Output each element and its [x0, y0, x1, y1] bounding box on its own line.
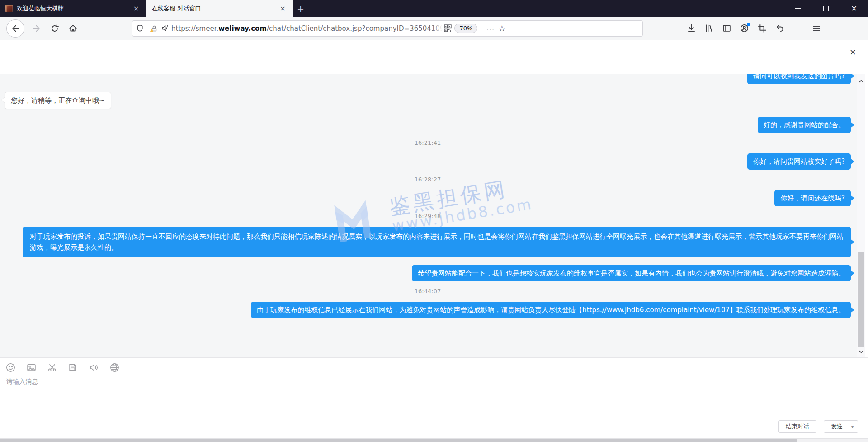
chat-bubble: 好的，感谢贵网站的配合。 [758, 117, 851, 133]
chevron-up-icon [859, 80, 863, 83]
tab-bar: 欢迎莅临恒大棋牌 × 在线客服-对话窗口 × + × [0, 0, 868, 17]
chat-timestamp: 16:21:41 [415, 139, 441, 147]
forward-button[interactable] [29, 21, 44, 36]
bookmark-star-icon[interactable]: ☆ [498, 24, 505, 33]
tab-close-icon[interactable]: × [278, 5, 288, 12]
send-button[interactable]: 发送 ▾ [824, 420, 858, 433]
window-close-button[interactable]: × [840, 0, 868, 17]
chat-bubble: 你好，请问贵网站核实好了吗? [747, 153, 851, 170]
end-chat-button[interactable]: 结束对话 [778, 420, 816, 433]
url-text: https://smeer.weliway.com/chat/chatClien… [171, 24, 444, 33]
globe-icon[interactable] [109, 362, 119, 372]
chat-message-list: 请问可以收到我发送的图片吗?您好，请稍等，正在查询中哦~好的，感谢贵网站的配合。… [5, 74, 851, 318]
chat-message-row: 你好，请问还在线吗? [5, 190, 851, 206]
message-input[interactable] [5, 377, 685, 424]
urlbar-separator [147, 24, 147, 33]
chat-bubble: 请问可以收到我发送的图片吗? [747, 74, 851, 84]
downloads-icon[interactable] [687, 24, 696, 33]
zoom-level-badge[interactable]: 70% [454, 24, 477, 33]
toolbar-right-icons [687, 24, 784, 33]
chat-message-row: 请问可以收到我发送的图片吗? [5, 74, 851, 84]
send-options-caret-icon[interactable]: ▾ [851, 424, 854, 429]
sidebar-icon[interactable] [722, 24, 731, 33]
scroll-up-arrow[interactable] [857, 77, 865, 85]
reload-icon [51, 24, 59, 33]
chat-message-row: 16:44:07 [5, 287, 851, 295]
home-icon [69, 24, 77, 33]
autoplay-blocked-icon[interactable] [161, 24, 169, 32]
minimize-icon [795, 8, 801, 9]
url-path: /chat/chatClient/chatbox.jsp?companyID=3… [267, 24, 444, 33]
qr-extension-icon[interactable] [444, 24, 452, 32]
composer-toolbar [5, 362, 863, 373]
chat-page-header: × [0, 41, 868, 74]
library-icon[interactable] [705, 24, 713, 33]
scrollbar-thumb[interactable] [858, 252, 864, 347]
window-minimize-button[interactable] [784, 0, 812, 17]
home-button[interactable] [65, 21, 80, 36]
page-actions-icon[interactable]: ⋯ [486, 24, 495, 33]
new-tab-button[interactable]: + [293, 0, 308, 17]
account-button[interactable] [740, 24, 749, 33]
chat-message-row: 希望贵网站能配合一下，我们也是想核实玩家发布的维权事宜是否属实，如果有内情，我们… [5, 265, 851, 281]
composer-buttons: 结束对话 发送 ▾ [778, 420, 858, 433]
tab-close-icon[interactable]: × [132, 5, 141, 12]
chat-bubble: 希望贵网站能配合一下，我们也是想核实玩家发布的维权事宜是否属实，如果有内情，我们… [412, 265, 851, 281]
close-icon: × [851, 5, 857, 12]
tracking-shield-icon[interactable] [136, 24, 144, 32]
browser-window: 欢迎莅临恒大棋牌 × 在线客服-对话窗口 × + × [0, 0, 868, 442]
chat-bubble: 对于玩家发布的投诉，如果贵网站保持一直不回应的态度来对待此问题，那么我们只能相信… [23, 227, 851, 257]
undo-arrow-icon[interactable] [775, 24, 784, 33]
send-button-label: 发送 [831, 423, 843, 431]
emoji-icon[interactable] [5, 362, 15, 372]
image-icon[interactable] [26, 362, 36, 372]
chat-bubble: 你好，请问还在线吗? [774, 190, 851, 206]
chat-close-icon[interactable]: × [849, 48, 856, 56]
back-button[interactable] [6, 19, 24, 38]
chat-message-row: 由于玩家发布的维权信息已经展示在我们网站，为避免对贵网站的声誉造成影响，请贵网站… [5, 302, 851, 318]
scroll-down-arrow[interactable] [857, 347, 865, 356]
menu-line [813, 28, 820, 29]
chat-message-row: 16:29:48 [5, 212, 851, 220]
warning-triangle-icon [150, 29, 154, 33]
window-controls: × [784, 0, 868, 17]
chat-message-row: 你好，请问贵网站核实好了吗? [5, 153, 851, 170]
url-fade-overlay [432, 22, 444, 35]
chat-scroll-area[interactable]: 请问可以收到我发送的图片吗?您好，请稍等，正在查询中哦~好的，感谢贵网站的配合。… [0, 74, 857, 357]
page-horizontal-scrollbar[interactable] [0, 438, 868, 442]
chat-bubble: 由于玩家发布的维权信息已经展示在我们网站，为避免对贵网站的声誉造成影响，请贵网站… [251, 302, 851, 318]
chat-timestamp: 16:28:27 [415, 176, 441, 184]
tab-chat-active[interactable]: 在线客服-对话窗口 × [146, 0, 293, 17]
tab-title: 欢迎莅临恒大棋牌 [17, 5, 127, 13]
message-composer: 结束对话 发送 ▾ [0, 357, 868, 439]
reload-button[interactable] [47, 21, 62, 36]
notification-dot [747, 23, 750, 26]
chat-message-row: 好的，感谢贵网站的配合。 [5, 117, 851, 133]
url-scheme: https:// [171, 24, 196, 33]
maximize-icon [823, 6, 829, 11]
scissors-icon[interactable] [47, 362, 57, 372]
chat-message-row: 您好，请稍等，正在查询中哦~ [5, 92, 851, 109]
site-favicon [5, 5, 13, 12]
chat-message-row: 对于玩家发布的投诉，如果贵网站保持一直不回应的态度来对待此问题，那么我们只能相信… [5, 227, 851, 257]
menu-line [813, 26, 820, 27]
address-bar[interactable]: https://smeer.weliway.com/chat/chatClien… [132, 20, 643, 37]
urlbar-separator [481, 24, 481, 33]
chat-timestamp: 16:44:07 [415, 287, 441, 295]
screenshot-crop-icon[interactable] [758, 24, 766, 33]
navigation-toolbar: https://smeer.weliway.com/chat/chatClien… [0, 17, 868, 40]
window-maximize-button[interactable] [812, 0, 840, 17]
url-domain: weliway.com [218, 24, 267, 33]
tab-title: 在线客服-对话窗口 [152, 5, 274, 13]
chevron-down-icon [859, 350, 863, 353]
chat-vertical-scrollbar[interactable] [857, 74, 865, 357]
save-icon[interactable] [68, 362, 78, 372]
menu-line [813, 30, 820, 31]
url-host-prefix: smeer. [196, 24, 218, 33]
connection-lock[interactable] [151, 25, 158, 32]
hamburger-menu-button[interactable] [813, 26, 820, 31]
chat-timestamp: 16:29:48 [415, 212, 441, 220]
horizontal-scrollbar-thumb[interactable] [0, 439, 797, 442]
tab-welcome[interactable]: 欢迎莅临恒大棋牌 × [0, 0, 146, 17]
sound-icon[interactable] [89, 362, 99, 372]
